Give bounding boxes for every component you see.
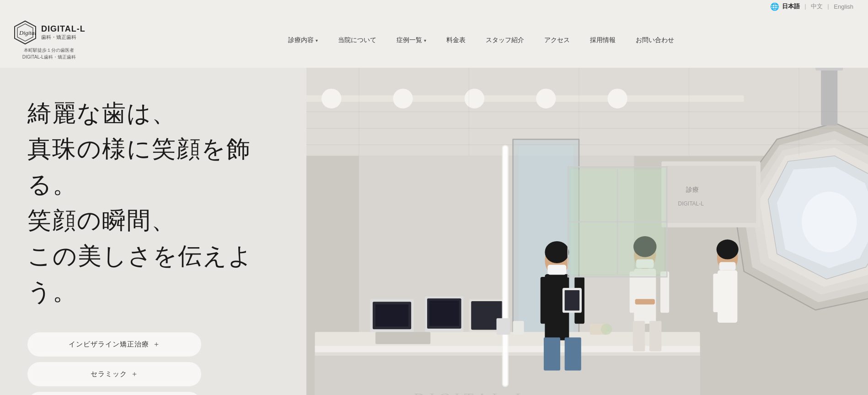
nav-item-contact[interactable]: お問い合わせ: [626, 13, 684, 68]
chevron-down-icon: ▾: [316, 38, 318, 43]
logo-top: Digital DIGITAL-L 歯科・矯正歯科: [13, 20, 86, 45]
svg-text:DIGITAL-L: DIGITAL-L: [414, 390, 529, 395]
btn-whitening[interactable]: ホワイトニング、クリーニング ＋: [27, 392, 201, 395]
svg-rect-74: [503, 146, 508, 386]
svg-rect-44: [633, 321, 645, 351]
nav-label-about: 当院について: [338, 36, 376, 44]
btn-invisalign[interactable]: インビザライン矯正治療 ＋: [27, 332, 201, 357]
svg-point-52: [717, 239, 739, 259]
svg-rect-53: [719, 262, 736, 271]
svg-rect-34: [544, 337, 560, 370]
separator-1: ｜: [803, 3, 808, 11]
svg-rect-62: [815, 68, 843, 70]
headline-line1: 綺麗な歯は、: [27, 100, 177, 126]
logo-title[interactable]: DIGITAL-L: [41, 24, 86, 34]
logo-subtitle: 歯科・矯正歯科: [41, 34, 86, 41]
nav-item-shinryo[interactable]: 診療内容 ▾: [278, 13, 328, 68]
nav-label-access: アクセス: [544, 36, 570, 44]
nav-item-cases[interactable]: 症例一覧 ▾: [386, 13, 436, 68]
svg-rect-48: [635, 299, 655, 304]
svg-rect-29: [375, 332, 430, 344]
nav-label-contact: お問い合わせ: [636, 36, 674, 44]
nav-label-recruit: 採用情報: [590, 36, 616, 44]
logo-tagline: 本町駅徒歩１分の歯医者 DIGITAL-L歯科・矯正歯科: [22, 47, 76, 60]
logo-icon: Digital: [13, 20, 38, 45]
svg-rect-23: [375, 304, 408, 326]
svg-rect-61: [821, 68, 837, 125]
top-bar: 🌐 日本語 ｜ 中文 ｜ English: [0, 0, 868, 13]
headline-line3: 笑顔の瞬間、: [27, 207, 176, 233]
language-selector: 🌐 日本語 ｜ 中文 ｜ English: [770, 2, 853, 11]
svg-text:診療: 診療: [686, 186, 699, 193]
svg-rect-75: [497, 318, 510, 335]
svg-rect-26: [429, 301, 459, 326]
separator-2: ｜: [825, 3, 831, 11]
lang-english[interactable]: English: [834, 3, 853, 10]
nav-label-shinryo: 診療内容: [288, 36, 314, 44]
tagline-line2: DIGITAL-L歯科・矯正歯科: [22, 54, 76, 60]
logo-text-area: DIGITAL-L 歯科・矯正歯科: [41, 24, 86, 41]
svg-rect-39: [565, 290, 579, 311]
svg-rect-43: [660, 271, 669, 313]
clinic-interior: DIGITAL-L: [306, 68, 868, 395]
nav-item-recruit[interactable]: 採用情報: [580, 13, 626, 68]
main-nav: 診療内容 ▾ 当院について 症例一覧 ▾ 料金表 スタッフ紹介 アクセス 採用情…: [95, 13, 868, 68]
svg-point-10: [608, 89, 627, 108]
svg-text:DIGITAL-L: DIGITAL-L: [678, 200, 704, 207]
svg-point-36: [545, 241, 569, 263]
btn-ceramic[interactable]: セラミック ＋: [27, 362, 201, 386]
hero-section: 綺麗な歯は、 真珠の様に笑顔を飾る。 笑顔の瞬間、 この美しさを伝えよう。 イン…: [0, 68, 868, 395]
logo-area: Digital DIGITAL-L 歯科・矯正歯科 本町駅徒歩１分の歯医者 DI…: [13, 20, 95, 60]
svg-text:Digital: Digital: [19, 29, 36, 36]
lang-chinese[interactable]: 中文: [811, 2, 823, 11]
hero-headline: 綺麗な歯は、 真珠の様に笑顔を飾る。 笑顔の瞬間、 この美しさを伝えよう。: [27, 95, 288, 309]
nav-label-pricing: 料金表: [446, 36, 466, 44]
chevron-down-icon-2: ▾: [424, 38, 426, 43]
headline-line2: 真珠の様に笑顔を飾る。: [27, 135, 251, 198]
svg-rect-35: [565, 337, 581, 370]
svg-point-60: [802, 192, 857, 252]
nav-item-about[interactable]: 当院について: [328, 13, 386, 68]
clinic-photo-svg: DIGITAL-L: [306, 68, 868, 395]
svg-point-78: [601, 324, 612, 335]
nav-item-staff[interactable]: スタッフ紹介: [476, 13, 534, 68]
svg-rect-51: [713, 274, 721, 312]
hero-image-area: DIGITAL-L: [306, 68, 868, 395]
svg-rect-45: [649, 321, 661, 351]
svg-point-6: [321, 89, 341, 108]
svg-point-8: [465, 89, 484, 108]
btn-ceramic-label: セラミック: [91, 370, 127, 379]
svg-rect-37: [547, 265, 566, 275]
plus-icon-1: ＋: [153, 340, 161, 349]
tagline-line1: 本町駅徒歩１分の歯医者: [22, 47, 76, 54]
headline-line4: この美しさを伝えよう。: [27, 243, 253, 305]
btn-invisalign-label: インビザライン矯正治療: [69, 340, 149, 349]
nav-label-cases: 症例一覧: [396, 36, 422, 44]
svg-rect-76: [513, 321, 524, 335]
header: Digital DIGITAL-L 歯科・矯正歯科 本町駅徒歩１分の歯医者 DI…: [0, 13, 868, 68]
svg-rect-42: [630, 271, 638, 313]
svg-point-9: [536, 89, 556, 108]
globe-icon: 🌐: [770, 2, 779, 11]
hero-left: 綺麗な歯は、 真珠の様に笑顔を飾る。 笑顔の瞬間、 この美しさを伝えよう。 イン…: [0, 68, 306, 395]
hero-buttons: インビザライン矯正治療 ＋ セラミック ＋ ホワイトニング、クリーニング ＋ レ…: [27, 332, 288, 395]
svg-rect-32: [541, 277, 551, 324]
svg-point-7: [393, 89, 413, 108]
nav-label-staff: スタッフ紹介: [486, 36, 524, 44]
nav-item-pricing[interactable]: 料金表: [436, 13, 476, 68]
svg-rect-66: [666, 166, 756, 223]
lang-japanese[interactable]: 日本語: [782, 2, 800, 11]
svg-rect-5: [306, 95, 744, 102]
nav-item-access[interactable]: アクセス: [534, 13, 580, 68]
plus-icon-2: ＋: [131, 369, 139, 379]
